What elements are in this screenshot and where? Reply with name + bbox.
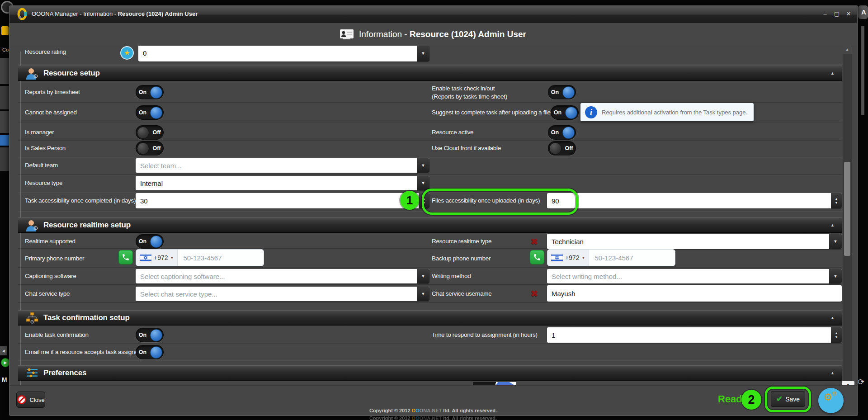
- section-task-confirmation[interactable]: ⚙ Task confirmation setup ▲: [18, 310, 842, 326]
- number-value: 1: [547, 327, 831, 343]
- resource-type-select[interactable]: Internal ▼: [136, 176, 429, 190]
- back-button[interactable]: ◀: [0, 346, 7, 355]
- go-button[interactable]: ▶: [1, 358, 10, 367]
- task-types-tooltip: i Requires additional activation from th…: [580, 103, 754, 121]
- files-accessibility-input[interactable]: 90 ▲▼: [547, 193, 842, 208]
- resource-rating-input[interactable]: 0 ▼: [138, 45, 429, 61]
- toggle-knob: [549, 142, 561, 155]
- suggest-complete-toggle[interactable]: On: [551, 105, 579, 120]
- realtime-supported-toggle[interactable]: On: [136, 234, 164, 249]
- scroll-up-button[interactable]: ▲: [843, 46, 852, 54]
- is-sales-person-toggle[interactable]: Off: [136, 141, 164, 156]
- chat-username-input[interactable]: Mayush: [547, 285, 842, 302]
- country-code-select[interactable]: +972 ▼: [547, 250, 589, 266]
- spin-up-icon[interactable]: ▲: [835, 331, 838, 335]
- toggle-knob: [150, 346, 162, 359]
- phone-icon[interactable]: [530, 250, 544, 264]
- collapse-icon[interactable]: ▲: [830, 316, 835, 320]
- enable-task-check-toggle[interactable]: On: [548, 85, 576, 99]
- collapse-icon[interactable]: ▲: [830, 71, 835, 76]
- chat-service-type-label: Chat service type: [25, 290, 70, 297]
- files-accessibility-label: Files accessibility once uploaded (in da…: [432, 197, 540, 204]
- writing-method-select[interactable]: Select writing method... ▼: [547, 269, 842, 283]
- brand-rest: ONA.NET: [420, 415, 442, 420]
- ooona-logo-icon: [17, 8, 28, 20]
- section-realtime-setup[interactable]: ⚙ Resource realtime setup ▲: [18, 217, 842, 233]
- realtime-type-select[interactable]: Technician ▼: [547, 234, 842, 249]
- spin-up-icon[interactable]: ▲: [423, 197, 426, 201]
- chevron-down-icon: ▼: [170, 256, 174, 260]
- spin-up-icon[interactable]: ▲: [835, 197, 838, 201]
- spin-down-icon[interactable]: ▼: [835, 201, 838, 205]
- spin-down-icon[interactable]: ▼: [423, 201, 426, 205]
- copyright-prefix: Copyright © 2012: [369, 408, 412, 413]
- realtime-type-label: Resource realtime type: [432, 238, 491, 245]
- collapse-icon[interactable]: ▲: [830, 371, 835, 375]
- input-value: Mayush: [547, 285, 842, 302]
- person-gear-icon: ⚙: [25, 219, 39, 231]
- spinner[interactable]: ▲▼: [419, 193, 429, 208]
- close-button[interactable]: Close: [16, 392, 45, 408]
- enable-confirmation-toggle[interactable]: On: [136, 328, 164, 342]
- clear-icon[interactable]: ✖: [531, 288, 538, 299]
- reports-by-timesheet-toggle[interactable]: On: [136, 85, 164, 99]
- chevron-down-icon[interactable]: ▼: [417, 45, 429, 61]
- email-me-label: Email me if a resource accepts task assi…: [25, 349, 142, 355]
- row-divider: [18, 302, 842, 303]
- chevron-down-icon[interactable]: ▼: [829, 269, 842, 283]
- backup-phone-input[interactable]: +972 ▼ 50-123-4567: [547, 249, 675, 266]
- save-button-label: Save: [785, 396, 800, 403]
- maximize-button[interactable]: ▢: [832, 10, 842, 18]
- task-accessibility-input[interactable]: 30 ▲▼: [136, 193, 429, 208]
- toggle-state: On: [548, 89, 561, 95]
- time-to-respond-input[interactable]: 1 ▲▼: [547, 327, 842, 343]
- row-divider: [18, 157, 842, 158]
- enable-confirmation-label: Enable task confirmation: [25, 331, 89, 338]
- toggle-state: Off: [150, 145, 163, 151]
- close-window-button[interactable]: ✕: [844, 10, 854, 18]
- svg-text:⚙: ⚙: [33, 225, 38, 231]
- email-me-toggle[interactable]: On: [136, 345, 164, 359]
- resource-active-toggle[interactable]: On: [548, 125, 576, 140]
- captioning-software-select[interactable]: Select captioning software... ▼: [136, 269, 429, 283]
- collapse-icon[interactable]: ▲: [830, 223, 835, 227]
- realtime-supported-label: Realtime supported: [25, 238, 75, 245]
- row-divider: [18, 122, 842, 123]
- cloud-front-toggle[interactable]: Off: [548, 141, 576, 156]
- backup-phone-label: Backup phone number: [432, 255, 491, 262]
- close-button-label: Close: [29, 396, 44, 403]
- scrollbar-thumb[interactable]: [844, 162, 850, 256]
- save-button[interactable]: ✔ Save: [771, 391, 805, 407]
- chevron-down-icon[interactable]: ▼: [417, 176, 429, 190]
- section-resource-setup[interactable]: ⚙ Resource setup ▲: [18, 66, 842, 81]
- default-team-select[interactable]: Select team... ▼: [136, 158, 429, 173]
- primary-phone-input[interactable]: +972 ▼ 50-123-4567: [136, 249, 264, 266]
- is-manager-toggle[interactable]: Off: [136, 125, 164, 140]
- section-preferences[interactable]: Preferences ▲: [18, 365, 842, 381]
- phone-icon[interactable]: [118, 250, 133, 264]
- country-code-select[interactable]: +972 ▼: [136, 250, 178, 266]
- svg-text:⚙: ⚙: [33, 73, 38, 80]
- cannot-be-assigned-toggle[interactable]: On: [136, 105, 164, 120]
- select-value: Technician: [547, 234, 829, 249]
- chevron-down-icon[interactable]: ▼: [417, 158, 429, 173]
- toggle-knob: [150, 86, 162, 99]
- chevron-down-icon[interactable]: ▼: [417, 287, 429, 301]
- underlying-panel-block: [0, 111, 9, 133]
- spinner[interactable]: ▲▼: [831, 327, 842, 343]
- refresh-icon[interactable]: ⟳: [858, 377, 864, 387]
- spinner[interactable]: ▲▼: [831, 193, 842, 208]
- toggle-knob: [562, 86, 575, 99]
- toggle-state: On: [136, 238, 149, 245]
- cloud-front-label: Use Cloud front if available: [432, 145, 501, 151]
- chevron-down-icon[interactable]: ▼: [829, 234, 842, 249]
- select-placeholder: Select writing method...: [547, 269, 829, 283]
- minimize-button[interactable]: –: [820, 10, 830, 18]
- chat-service-type-select[interactable]: Select chat service type... ▼: [136, 287, 429, 301]
- chevron-down-icon[interactable]: ▼: [417, 269, 429, 283]
- enable-task-check-label: Enable task check in/out (Reports by tas…: [432, 85, 507, 101]
- clear-icon[interactable]: ✖: [531, 236, 538, 247]
- row-divider: [18, 192, 842, 193]
- spin-down-icon[interactable]: ▼: [835, 335, 838, 339]
- section-title: Preferences: [43, 368, 86, 378]
